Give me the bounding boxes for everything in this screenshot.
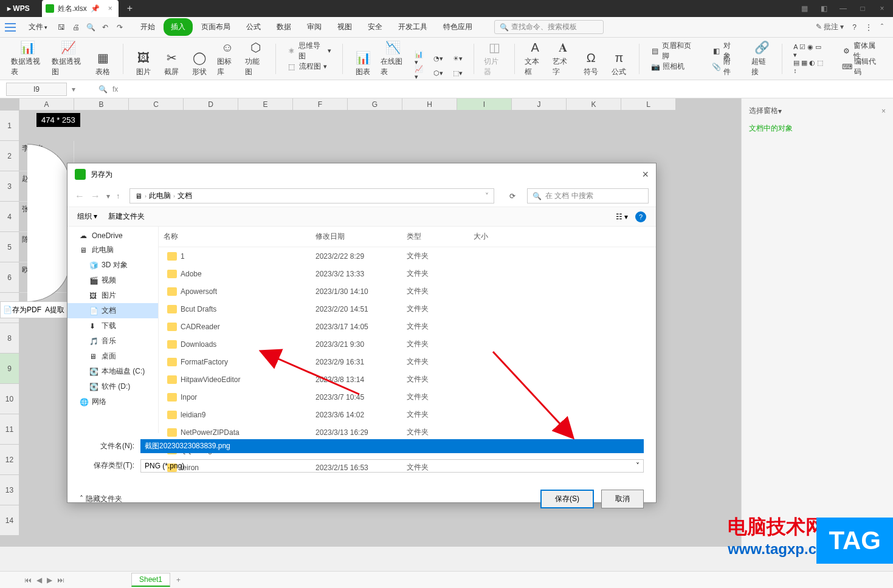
ribbon-tab-6[interactable]: 视图	[330, 18, 359, 36]
document-tab[interactable]: 姓名.xlsx 📌 ×	[42, 0, 119, 17]
row-header[interactable]: 2	[0, 141, 19, 171]
file-row[interactable]: Downloads2023/3/21 9:30文件夹	[159, 335, 656, 353]
pivot-chart-button[interactable]: 📈数据透视图	[49, 38, 88, 80]
cancel-button[interactable]: 取消	[601, 490, 644, 508]
nav-back-icon[interactable]: ←	[75, 191, 84, 202]
skin-icon[interactable]: ◧	[819, 4, 829, 13]
object-button[interactable]: ◧对象	[708, 44, 740, 58]
hyperlink-button[interactable]: 🔗超链接	[749, 38, 774, 80]
file-row[interactable]: 12023/2/22 8:29文件夹	[159, 247, 656, 265]
name-box-dropdown-icon[interactable]: ▾	[72, 85, 75, 94]
column-header[interactable]: D	[184, 98, 238, 111]
name-box[interactable]	[6, 83, 67, 96]
view-mode-icon[interactable]: ☷ ▾	[616, 213, 628, 221]
chart-type-4[interactable]: ⬡▾	[430, 66, 447, 80]
row-header[interactable]: 14	[0, 505, 19, 536]
column-header[interactable]: L	[621, 98, 676, 111]
hamburger-icon[interactable]	[5, 23, 16, 32]
row-header[interactable]: 3	[0, 171, 19, 202]
command-search[interactable]: 🔍 查找命令、搜索模板	[494, 20, 604, 34]
grid-icon[interactable]: ▦	[799, 4, 809, 13]
chart-type-5[interactable]: ☀▾	[449, 52, 466, 65]
shape-button[interactable]: ◯形状	[187, 48, 212, 80]
sheet-nav-last-icon[interactable]: ⏭	[57, 576, 64, 584]
online-chart-button[interactable]: 📉在线图表	[378, 38, 409, 80]
col-name[interactable]: 名称	[159, 229, 311, 244]
nav-up-icon[interactable]: ↑	[116, 192, 120, 200]
breadcrumb-dropdown-icon[interactable]: ˅	[485, 192, 489, 200]
column-header[interactable]: K	[567, 98, 621, 111]
tree-item[interactable]: 🌐网络	[67, 394, 158, 409]
qat-save-icon[interactable]: 🖫	[55, 21, 67, 33]
file-row[interactable]: Inpor2023/3/7 10:45文件夹	[159, 388, 656, 406]
formula-button[interactable]: π公式	[606, 48, 632, 80]
extract-button[interactable]: A提取	[45, 305, 64, 315]
file-row[interactable]: FormatFactory2023/2/9 16:31文件夹	[159, 353, 656, 371]
column-header[interactable]: E	[238, 98, 293, 111]
ribbon-tab-1[interactable]: 插入	[164, 18, 193, 36]
fx-label[interactable]: fx	[112, 85, 118, 94]
form-controls-2[interactable]: ▤ ▦ ◐ ⬚ ↕	[790, 60, 830, 74]
table-button[interactable]: ▦表格	[90, 48, 116, 80]
row-header[interactable]: 13	[0, 475, 19, 505]
row-header[interactable]: 11	[0, 414, 19, 445]
row-header[interactable]: 10	[0, 384, 19, 414]
tab-close-icon[interactable]: ×	[108, 4, 112, 13]
new-folder-button[interactable]: 新建文件夹	[108, 211, 145, 222]
symbol-button[interactable]: Ω符号	[578, 48, 604, 80]
camera-button[interactable]: 📷照相机	[647, 60, 688, 74]
breadcrumb-item[interactable]: 此电脑	[149, 191, 171, 201]
sheet-nav-prev-icon[interactable]: ◀	[36, 576, 42, 584]
file-row[interactable]: NetPowerZIPData2023/3/13 16:29文件夹	[159, 423, 656, 441]
hide-folders-toggle[interactable]: ˄ 隐藏文件夹	[80, 494, 122, 504]
file-row[interactable]: leidian92023/3/6 14:02文件夹	[159, 406, 656, 423]
attachment-button[interactable]: 📎附件	[708, 60, 740, 74]
column-header[interactable]: A	[19, 98, 74, 111]
file-row[interactable]: Adobe2023/3/2 13:33文件夹	[159, 265, 656, 282]
sheet-nav-next-icon[interactable]: ▶	[47, 576, 52, 584]
icon-library-button[interactable]: ☺图标库	[215, 38, 240, 80]
qat-undo-icon[interactable]: ↶	[99, 21, 111, 33]
tree-item[interactable]: 💽本地磁盘 (C:)	[67, 364, 158, 379]
breadcrumb-item[interactable]: 文档	[178, 191, 192, 201]
row-header[interactable]: 4	[0, 202, 19, 232]
wps-logo[interactable]: ▸ WPS	[0, 4, 37, 13]
tree-item[interactable]: ⬇下载	[67, 318, 158, 333]
dialog-search[interactable]: 🔍 在 文档 中搜索	[527, 188, 649, 203]
qat-redo-icon[interactable]: ↷	[114, 21, 126, 33]
col-size[interactable]: 大小	[469, 229, 517, 244]
tree-item[interactable]: 🧊3D 对象	[67, 258, 158, 273]
column-header[interactable]: G	[348, 98, 402, 111]
add-sheet-icon[interactable]: +	[176, 576, 181, 584]
row-header[interactable]: 12	[0, 445, 19, 475]
chart-type-2[interactable]: 📈▾	[411, 66, 428, 80]
tree-item[interactable]: 💽软件 (D:)	[67, 379, 158, 394]
flowchart-button[interactable]: ⬚流程图 ▾	[283, 60, 331, 74]
file-row[interactable]: CADReader2023/3/17 14:05文件夹	[159, 318, 656, 335]
ribbon-tab-8[interactable]: 开发工具	[391, 18, 435, 36]
column-header[interactable]: C	[129, 98, 184, 111]
chart-type-3[interactable]: ◔▾	[430, 52, 447, 65]
col-date[interactable]: 修改日期	[311, 229, 402, 244]
column-header[interactable]: H	[402, 98, 457, 111]
row-header[interactable]: 1	[0, 111, 19, 141]
nav-history-icon[interactable]: ▾	[106, 192, 110, 200]
column-header[interactable]: B	[74, 98, 129, 111]
fx-search-icon[interactable]: 🔍	[98, 85, 108, 94]
row-header[interactable]: 9	[0, 354, 19, 384]
file-menu[interactable]: 文件▾	[23, 19, 53, 35]
column-header[interactable]: J	[512, 98, 567, 111]
tree-item[interactable]: 🖼图片	[67, 288, 158, 303]
refresh-icon[interactable]: ⟳	[504, 189, 521, 203]
pin-icon[interactable]: 📌	[91, 4, 100, 13]
dialog-close-icon[interactable]: ×	[642, 168, 649, 181]
maximize-icon[interactable]: □	[858, 4, 867, 13]
tree-item[interactable]: 📄文档	[67, 303, 158, 318]
ribbon-tab-9[interactable]: 特色应用	[436, 18, 480, 36]
file-row[interactable]: Bcut Drafts2023/2/20 14:51文件夹	[159, 300, 656, 318]
panel-close-icon[interactable]: ×	[881, 107, 886, 115]
organize-button[interactable]: 组织 ▾	[77, 211, 97, 222]
new-tab-button[interactable]: +	[127, 3, 133, 14]
close-icon[interactable]: ×	[877, 4, 887, 13]
collapse-ribbon-icon[interactable]: ˆ	[881, 23, 883, 32]
